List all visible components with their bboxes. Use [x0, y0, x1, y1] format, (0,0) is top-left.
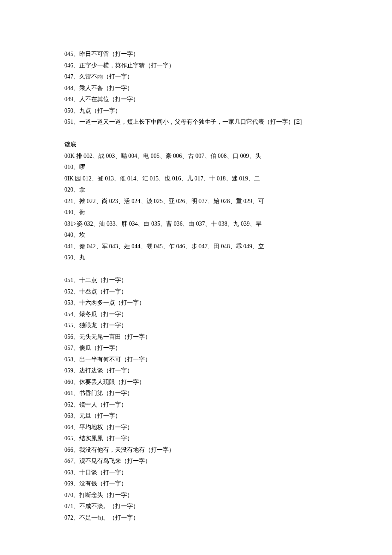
riddle-line: 046、正字少一横，莫作止字猜（打一字）	[64, 60, 337, 72]
riddle-line: 060、休要丢人现眼（打一字）	[64, 377, 337, 388]
riddle-line: 057、傻瓜（打一字）	[64, 343, 337, 354]
riddle-line: 069、没有钱（打一字）	[64, 478, 337, 490]
riddle-line: 058、出一半有何不可（打一字）	[64, 354, 337, 366]
riddle-line: 072、不足一旬。（打一字）	[64, 512, 337, 524]
blank-line	[64, 264, 337, 275]
riddle-line: 070、打断念头（打一字）	[64, 490, 337, 501]
answer-line: 040、坎	[64, 230, 337, 241]
answer-line: 050、丸	[64, 252, 337, 264]
blank-line	[64, 128, 337, 139]
answer-line: 021、摊 022、尚 023、活 024、淡 025、亚 026、明 027、…	[64, 196, 337, 207]
riddle-line: 050、九点（打一字）	[64, 105, 337, 117]
riddle-line: 066、我没有他有，天没有地有（打一字）	[64, 445, 337, 456]
riddle-line: 051、十二点（打一字）	[64, 275, 337, 286]
riddle-line: 063、元旦（打一字）	[64, 410, 337, 422]
riddle-line: 065、结实累累（打一字）	[64, 433, 337, 445]
answer-line: 0IK 园 012、登 013、催 014、汇 015、也 016、几 017、…	[64, 173, 337, 185]
riddle-line: 055、独眼龙（打一字）	[64, 320, 337, 331]
riddle-line: 062、镜中人（打一字）	[64, 399, 337, 411]
answer-line: 020、拿	[64, 184, 337, 196]
riddle-line: 071、不咸不淡。（打一字）	[64, 501, 337, 512]
answer-line: 010、啰	[64, 162, 337, 173]
riddle-line: 051、一道一道又一道，短上长下中间小，父母有个独生子，一家几口它代表（打一字）…	[64, 116, 337, 128]
answer-line: 00K 排 002、战 003、嗡 004、电 005、豪 006、古 007、…	[64, 151, 337, 162]
riddle-line: 052、十叁点（打一字）	[64, 286, 337, 298]
riddle-line: 045、昨日不可留（打一字）	[64, 49, 337, 60]
riddle-line: 068、十日谈（打一字）	[64, 467, 337, 479]
riddle-line: 049、人不在其位（打一字）	[64, 94, 337, 105]
riddle-line: 047、久雷不雨（打一字）	[64, 71, 337, 83]
riddle-line: 059、边打边谈（打一字）	[64, 365, 337, 377]
answer-line: 030、衙	[64, 207, 337, 218]
riddle-line: 064、平均地权（打一字）	[64, 422, 337, 433]
answer-line: 031>姿 032、汕 033、胖 034、白 035、曹 036、由 037、…	[64, 218, 337, 230]
answers-heading: 谜底	[64, 139, 337, 151]
answer-line: 041、秦 042、军 043、姓 044、甥 045、乍 046、步 047、…	[64, 241, 337, 253]
riddle-line: 054、矮冬瓜（打一字）	[64, 309, 337, 320]
riddle-line: 053、十六两多一点（打一字）	[64, 297, 337, 309]
riddle-067-number: 067	[64, 458, 73, 464]
riddle-line: 048、乘人不备（打一字）	[64, 83, 337, 94]
riddle-line: 061、书香门第（打一字）	[64, 388, 337, 399]
riddle-067-text: 、观不见有鸟飞来（打一字）	[73, 458, 151, 464]
riddle-line: 056、无头无尾一亩田（打一字）	[64, 331, 337, 343]
document-page: 045、昨日不可留（打一字） 046、正字少一横，莫作止字猜（打一字） 047、…	[0, 0, 337, 523]
riddle-line-067: 067、观不见有鸟飞来（打一字）	[64, 456, 337, 467]
